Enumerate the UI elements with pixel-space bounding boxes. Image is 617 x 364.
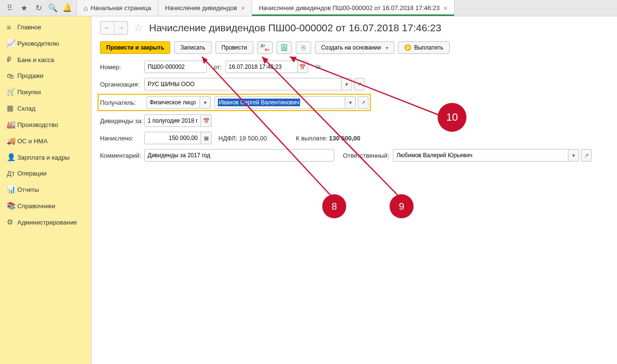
sidebar-item-label: Администрирование <box>17 219 77 226</box>
star-icon[interactable]: ★ <box>17 1 31 15</box>
post-button[interactable]: Провести <box>215 41 253 54</box>
sidebar-icon: 🛍 <box>7 72 17 80</box>
open-icon[interactable]: ↗ <box>354 78 365 90</box>
tab-dividends-doc[interactable]: Начисление дивидендов ПШ00-000002 от 16.… <box>252 0 454 16</box>
ndfl-label: НДФЛ: 19 500,00 <box>218 135 267 142</box>
sidebar-item-label: Продажи <box>17 72 43 79</box>
sidebar-item-label: Производство <box>17 121 58 128</box>
sidebar-item-label: ОС и НМА <box>17 138 48 145</box>
tab-home[interactable]: ⌂ Начальная страница <box>76 0 158 16</box>
save-button[interactable]: Записать <box>174 41 211 54</box>
accrued-label: Начислено: <box>100 135 144 142</box>
calendar-icon[interactable]: 📅 <box>201 114 212 127</box>
sidebar-item[interactable]: 📚Справочники <box>0 198 91 214</box>
annotation-marker-10: 10 <box>438 103 466 132</box>
calendar-icon[interactable]: 📅 <box>298 61 308 73</box>
dropdown-icon[interactable]: ▾ <box>568 149 579 162</box>
sidebar-item-label: Справочники <box>17 202 55 210</box>
create-based-button[interactable]: Создать на основании <box>315 41 395 54</box>
register-button[interactable] <box>277 41 292 54</box>
recipient-name-input[interactable]: Иванов Сергей Валентинович <box>214 96 345 109</box>
sidebar-item[interactable]: 📈Руководителю <box>0 35 91 51</box>
content: ← → ☆ Начисление дивидендов ПШ00-000002 … <box>91 16 617 364</box>
sidebar-item[interactable]: ▦Склад <box>0 100 91 116</box>
number-input[interactable] <box>144 61 207 73</box>
attach-button[interactable]: ⎘ <box>296 41 311 54</box>
sidebar-icon: ⚙ <box>7 218 17 226</box>
bell-icon[interactable]: 🔔 <box>61 1 74 15</box>
sidebar-item[interactable]: 🛒Покупки <box>0 84 91 100</box>
sidebar-item[interactable]: 👤Зарплата и кадры <box>0 149 91 165</box>
top-bar: ⠿ ★ ↻ 🔍 🔔 ⌂ Начальная страница Начислени… <box>0 0 617 16</box>
responsible-label: Ответственный: <box>343 152 389 159</box>
dtkt-button[interactable]: ДтКт <box>257 41 273 54</box>
sidebar-item[interactable]: 🛍Продажи <box>0 68 91 84</box>
dropdown-icon[interactable]: ▾ <box>341 78 352 90</box>
accrued-input[interactable] <box>144 132 201 144</box>
recipient-label: Получатель: <box>100 99 146 106</box>
sidebar-icon: 🛒 <box>7 88 17 96</box>
sidebar-icon: 🚚 <box>7 137 17 145</box>
sidebar-item-label: Операции <box>17 170 47 177</box>
sidebar-item-label: Покупки <box>17 88 41 96</box>
sidebar-icon: ₽ <box>7 55 17 64</box>
period-label: Дивиденды за: <box>100 117 144 125</box>
sidebar-item-label: Склад <box>17 105 36 112</box>
date-input[interactable] <box>226 61 298 73</box>
dropdown-icon[interactable]: ▾ <box>200 96 211 109</box>
annotation-marker-9: 9 <box>390 194 414 218</box>
close-icon[interactable]: × <box>241 4 245 12</box>
tab-label: Начальная страница <box>90 4 151 12</box>
sidebar-item[interactable]: 📊Отчеты <box>0 181 91 198</box>
sidebar-item[interactable]: ДтОперации <box>0 165 91 181</box>
sidebar-item[interactable]: 🚚ОС и НМА <box>0 133 91 149</box>
close-icon[interactable]: × <box>443 4 447 12</box>
history-icon[interactable]: ↻ <box>32 1 45 15</box>
sidebar-icon: 🏭 <box>7 120 17 129</box>
dropdown-icon[interactable]: ▾ <box>345 96 356 109</box>
sidebar-icon: ▦ <box>7 104 17 113</box>
sidebar-icon: ≡ <box>7 23 17 31</box>
sidebar-item[interactable]: 🏭Производство <box>0 116 91 133</box>
annotation-marker-8: 8 <box>322 194 346 218</box>
sidebar-item[interactable]: ⚙Администрирование <box>0 214 91 230</box>
sidebar: ≡Главное📈Руководителю₽Банк и касса🛍Прода… <box>0 16 91 364</box>
sidebar-item-label: Главное <box>17 24 41 31</box>
nav-forward-button[interactable]: → <box>114 22 127 34</box>
sidebar-icon: 📚 <box>7 201 17 210</box>
nav-back-button[interactable]: ← <box>101 22 114 34</box>
calc-icon[interactable]: ▦ <box>201 132 212 144</box>
ruble-icon: ₽ <box>404 44 411 51</box>
responsible-input[interactable] <box>393 149 568 162</box>
sidebar-icon: 👤 <box>7 153 17 162</box>
recipient-type-input[interactable] <box>146 96 200 109</box>
refresh-icon[interactable]: ⟳ <box>313 61 324 73</box>
sidebar-item-label: Отчеты <box>17 186 39 193</box>
page-title: Начисление дивидендов ПШ00-000002 от 16.… <box>149 22 441 34</box>
from-label: от: <box>214 63 222 71</box>
apps-icon[interactable]: ⠿ <box>3 1 16 15</box>
number-label: Номер: <box>100 63 144 71</box>
home-icon: ⌂ <box>84 4 88 12</box>
sidebar-item[interactable]: ₽Банк и касса <box>0 51 91 68</box>
favorite-star-icon[interactable]: ☆ <box>134 22 143 34</box>
tab-dividends-list[interactable]: Начисление дивидендов × <box>158 0 252 16</box>
comment-label: Комментарий: <box>100 152 144 159</box>
sidebar-icon: 📈 <box>7 39 17 48</box>
search-icon[interactable]: 🔍 <box>46 1 60 15</box>
tab-label: Начисление дивидендов ПШ00-000002 от 16.… <box>259 4 440 12</box>
topay-label: К выплате: 130 500,00 <box>296 135 360 142</box>
sidebar-icon: Дт <box>7 169 17 177</box>
open-icon[interactable]: ↗ <box>358 96 368 109</box>
pay-button[interactable]: ₽Выплатить <box>398 41 450 54</box>
sidebar-item-label: Банк и касса <box>17 56 54 63</box>
org-label: Организация: <box>100 81 144 88</box>
period-input[interactable] <box>144 114 201 127</box>
sidebar-item-label: Зарплата и кадры <box>17 154 70 161</box>
post-and-close-button[interactable]: Провести и закрыть <box>100 41 170 54</box>
sidebar-icon: 📊 <box>7 185 17 194</box>
sidebar-item[interactable]: ≡Главное <box>0 19 91 35</box>
comment-input[interactable] <box>144 149 334 162</box>
open-icon[interactable]: ↗ <box>581 149 592 162</box>
org-input[interactable] <box>144 78 341 90</box>
